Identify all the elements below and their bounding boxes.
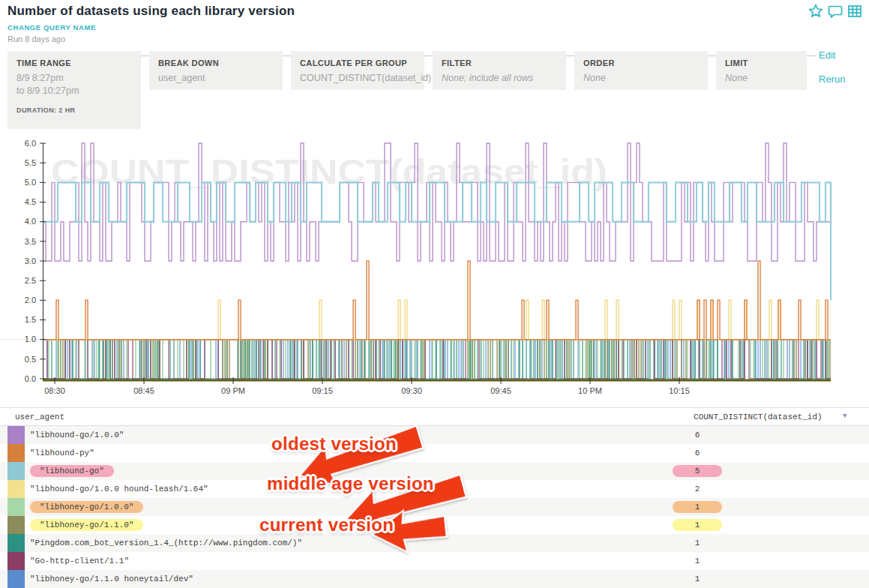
series-color-swatch xyxy=(7,480,25,498)
y-tick-label: 1.0 xyxy=(25,334,36,344)
query-box-calculate-per-group[interactable]: CALCULATE PER GROUPCOUNT_DISTINCT(datase… xyxy=(291,51,424,90)
user-agent-cell: "Pingdom.com_bot_version_1.4_(http://www… xyxy=(30,538,302,548)
y-tick-label: 5.5 xyxy=(25,158,36,167)
query-box-label: BREAK DOWN xyxy=(158,58,274,68)
user-agent-value: "libhound-py" xyxy=(30,448,94,458)
table-row[interactable]: "Pingdom.com_bot_version_1.4_(http://www… xyxy=(0,534,869,552)
series-color-swatch xyxy=(7,534,25,552)
user-agent-value: "Pingdom.com_bot_version_1.4_(http://www… xyxy=(30,538,302,548)
user-agent-value: "libhoney-go/1.1.0" xyxy=(30,519,143,531)
series-color-swatch xyxy=(7,426,25,444)
results-chart[interactable]: COUNT_DISTINCT(dataset_id)6.05.55.04.54.… xyxy=(0,137,869,404)
x-tick-label: 09:45 xyxy=(490,386,511,395)
series-line xyxy=(43,182,831,300)
user-agent-value: "libhound-go/1.0.0" xyxy=(30,430,124,440)
y-tick-label: 4.0 xyxy=(25,217,36,226)
count-cell: 1 xyxy=(673,538,722,548)
x-tick-label: 08:30 xyxy=(44,386,65,395)
table-icon[interactable] xyxy=(847,3,863,20)
query-box-connector xyxy=(566,56,574,56)
query-box-limit[interactable]: LIMITNone xyxy=(716,51,807,90)
x-tick-label: 08:45 xyxy=(133,386,154,395)
table-row[interactable]: "libhound-py"6 xyxy=(0,444,869,462)
count-value: 2 xyxy=(695,484,700,494)
query-box-value: user_agent xyxy=(158,72,274,85)
query-box-value: COUNT_DISTINCT(dataset_id) xyxy=(300,72,415,85)
query-box-value: None; include all rows xyxy=(442,72,557,85)
count-value: 1 xyxy=(695,574,700,584)
count-value: 1 xyxy=(673,501,722,513)
chart-watermark: COUNT_DISTINCT(dataset_id) xyxy=(51,152,607,191)
user-agent-value: "libhoney-go/1.1.0 honeytail/dev" xyxy=(30,574,193,584)
y-tick-label: 0.5 xyxy=(25,355,36,364)
count-value: 6 xyxy=(695,448,700,458)
query-box-connector xyxy=(807,56,816,56)
star-icon[interactable] xyxy=(808,3,824,20)
table-row[interactable]: "Go-http-client/1.1"1 xyxy=(0,552,869,570)
y-tick-label: 4.5 xyxy=(25,197,36,206)
table-row[interactable]: "libhoney-go/1.1.0 honeytail/dev"1 xyxy=(0,570,869,588)
annotation-middle-age-version: middle age version xyxy=(267,473,434,494)
series-line xyxy=(43,261,831,340)
count-cell: 1 xyxy=(673,501,722,513)
count-cell: 1 xyxy=(673,519,722,531)
annotation-current-version: current version xyxy=(259,514,394,536)
column-header-user-agent[interactable]: user_agent xyxy=(15,412,64,422)
y-tick-label: 2.5 xyxy=(25,276,36,285)
x-tick-label: 10:15 xyxy=(669,386,690,395)
query-box-order[interactable]: ORDERNone xyxy=(574,51,708,90)
table-body: "libhound-go/1.0.0"6"libhound-py"6"libho… xyxy=(0,426,869,588)
table-row[interactable]: "libhound-go/1.0.0"6 xyxy=(0,426,869,444)
results-table: user_agent COUNT_DISTINCT(dataset_id) ▼ … xyxy=(0,407,869,588)
edit-query-link[interactable]: Edit xyxy=(819,50,835,61)
y-tick-label: 2.0 xyxy=(25,296,36,304)
table-row[interactable]: "libhound-go/1.0.0 hound-leash/1.64"2 xyxy=(0,480,869,498)
count-cell: 6 xyxy=(673,430,722,440)
change-query-name-link[interactable]: CHANGE QUERY NAME xyxy=(7,23,96,32)
user-agent-cell: "libhound-go/1.0.0" xyxy=(30,430,124,440)
x-tick-label: 10 PM xyxy=(578,386,602,395)
table-row[interactable]: "libhound-go"5 xyxy=(0,462,869,480)
header-icon-group xyxy=(808,3,863,20)
query-box-value: 8/9 8:27pmto 8/9 10:27pm xyxy=(16,72,132,98)
user-agent-value: "Go-http-client/1.1" xyxy=(30,556,129,566)
query-box-connector xyxy=(283,56,291,56)
x-tick-label: 09:30 xyxy=(401,386,422,395)
table-row[interactable]: "libhoney-go/1.1.0"1 xyxy=(0,516,869,534)
comment-icon[interactable] xyxy=(827,3,844,20)
sort-descending-icon[interactable]: ▼ xyxy=(843,412,847,420)
query-run-timestamp: Run 8 days ago xyxy=(7,34,65,44)
rerun-query-link[interactable]: Rerun xyxy=(819,74,845,85)
query-box-connector xyxy=(708,56,716,56)
user-agent-cell: "libhoney-go/1.0.0" xyxy=(30,502,143,512)
y-tick-label: 5.0 xyxy=(25,178,36,187)
query-box-label: TIME RANGE xyxy=(16,58,132,68)
series-color-swatch xyxy=(7,462,25,480)
y-tick-label: 6.0 xyxy=(25,139,36,148)
query-box-break-down[interactable]: BREAK DOWNuser_agent xyxy=(149,51,283,90)
column-header-count-distinct[interactable]: COUNT_DISTINCT(dataset_id) xyxy=(694,412,823,422)
series-line xyxy=(43,340,831,379)
count-cell: 5 xyxy=(673,465,722,477)
user-agent-cell: "libhoney-go/1.1.0 honeytail/dev" xyxy=(30,574,193,584)
count-value: 1 xyxy=(673,519,722,531)
y-tick-label: 0.0 xyxy=(25,374,36,383)
duration-label: DURATION: 2 HR xyxy=(16,106,132,114)
y-tick-label: 3.5 xyxy=(25,237,36,246)
y-tick-label: 1.5 xyxy=(25,315,36,324)
series-color-swatch xyxy=(7,516,25,534)
query-box-time-range[interactable]: TIME RANGE8/9 8:27pmto 8/9 10:27pmDURATI… xyxy=(7,51,141,129)
count-cell: 2 xyxy=(673,484,722,494)
count-value: 6 xyxy=(695,430,700,440)
user-agent-value: "libhound-go" xyxy=(30,465,114,477)
table-row[interactable]: "libhoney-go/1.0.0"1 xyxy=(0,498,869,516)
query-box-value: None xyxy=(583,72,699,85)
query-box-label: ORDER xyxy=(583,58,699,68)
x-tick-label: 09:15 xyxy=(312,386,333,395)
query-box-connector xyxy=(424,56,433,56)
count-cell: 6 xyxy=(673,448,722,458)
y-tick-label: 3.0 xyxy=(25,256,36,266)
query-box-filter[interactable]: FILTERNone; include all rows xyxy=(433,51,566,90)
query-box-connector xyxy=(141,56,149,56)
user-agent-cell: "libhound-go/1.0.0 hound-leash/1.64" xyxy=(30,484,208,494)
